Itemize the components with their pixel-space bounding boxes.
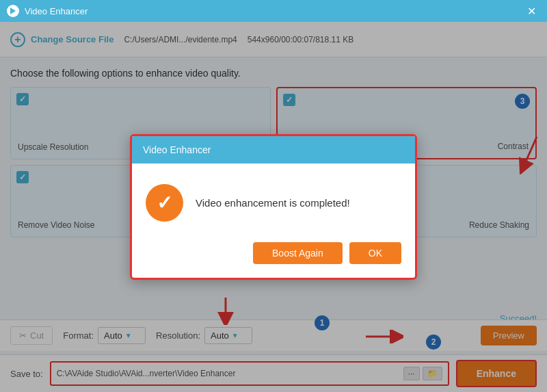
- modal-title: Video Enhancer: [143, 144, 211, 155]
- svg-marker-0: [10, 8, 16, 14]
- app-title: Video Enhancer: [25, 6, 88, 16]
- close-button[interactable]: ✕: [523, 3, 540, 19]
- app-icon: [7, 5, 19, 17]
- check-icon: ✓: [157, 192, 172, 214]
- modal-footer: Boost Again OK: [132, 235, 415, 278]
- boost-again-button[interactable]: Boost Again: [253, 242, 343, 264]
- success-icon: ✓: [146, 184, 183, 222]
- modal-body: ✓ Video enhancement is completed!: [132, 164, 415, 235]
- modal-header: Video Enhancer: [132, 136, 415, 164]
- modal-dialog: Video Enhancer ✓ Video enhancement is co…: [130, 134, 417, 280]
- modal-message: Video enhancement is completed!: [196, 197, 350, 209]
- ok-button[interactable]: OK: [349, 242, 401, 264]
- modal-overlay: Video Enhancer ✓ Video enhancement is co…: [0, 22, 547, 392]
- title-bar: Video Enhancer ✕: [0, 0, 547, 22]
